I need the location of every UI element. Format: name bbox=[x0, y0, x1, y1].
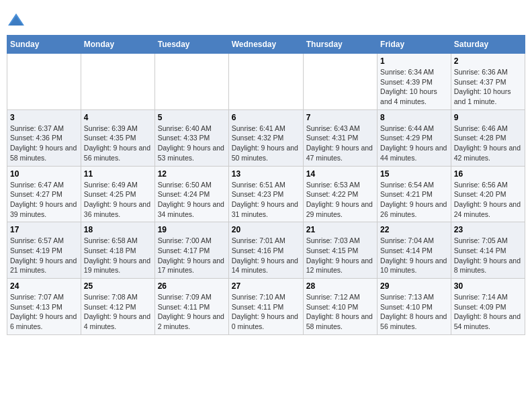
day-number: 7 bbox=[306, 113, 374, 122]
day-cell: 28Sunrise: 7:12 AM Sunset: 4:10 PM Dayli… bbox=[303, 279, 377, 335]
header-tuesday: Tuesday bbox=[154, 36, 228, 54]
day-detail: Sunrise: 7:08 AM Sunset: 4:12 PM Dayligh… bbox=[84, 292, 152, 332]
day-cell: 18Sunrise: 6:58 AM Sunset: 4:18 PM Dayli… bbox=[81, 222, 154, 279]
day-cell: 25Sunrise: 7:08 AM Sunset: 4:12 PM Dayli… bbox=[81, 279, 154, 335]
day-detail: Sunrise: 7:14 AM Sunset: 4:09 PM Dayligh… bbox=[454, 292, 522, 332]
day-cell: 2Sunrise: 6:36 AM Sunset: 4:37 PM Daylig… bbox=[451, 54, 525, 110]
day-detail: Sunrise: 7:09 AM Sunset: 4:11 PM Dayligh… bbox=[158, 292, 226, 332]
day-cell: 1Sunrise: 6:34 AM Sunset: 4:39 PM Daylig… bbox=[378, 54, 451, 110]
week-row-2: 3Sunrise: 6:37 AM Sunset: 4:36 PM Daylig… bbox=[7, 109, 525, 166]
calendar-header-row: SundayMondayTuesdayWednesdayThursdayFrid… bbox=[7, 36, 525, 54]
day-cell: 9Sunrise: 6:46 AM Sunset: 4:28 PM Daylig… bbox=[451, 109, 525, 166]
day-detail: Sunrise: 6:36 AM Sunset: 4:37 PM Dayligh… bbox=[454, 67, 522, 107]
day-detail: Sunrise: 6:56 AM Sunset: 4:20 PM Dayligh… bbox=[454, 180, 522, 220]
day-number: 25 bbox=[84, 281, 152, 291]
day-number: 23 bbox=[454, 225, 522, 234]
header-saturday: Saturday bbox=[451, 36, 525, 54]
day-detail: Sunrise: 7:01 AM Sunset: 4:16 PM Dayligh… bbox=[232, 236, 300, 275]
day-cell bbox=[81, 54, 154, 110]
calendar-table: SundayMondayTuesdayWednesdayThursdayFrid… bbox=[7, 35, 525, 335]
day-number: 21 bbox=[306, 225, 374, 234]
header-wednesday: Wednesday bbox=[228, 36, 303, 54]
day-detail: Sunrise: 6:50 AM Sunset: 4:24 PM Dayligh… bbox=[158, 180, 226, 220]
header-sunday: Sunday bbox=[7, 36, 81, 54]
day-detail: Sunrise: 6:44 AM Sunset: 4:29 PM Dayligh… bbox=[380, 124, 448, 163]
day-cell: 13Sunrise: 6:51 AM Sunset: 4:23 PM Dayli… bbox=[228, 166, 303, 222]
day-detail: Sunrise: 7:04 AM Sunset: 4:14 PM Dayligh… bbox=[380, 236, 448, 275]
day-cell: 29Sunrise: 7:13 AM Sunset: 4:10 PM Dayli… bbox=[378, 279, 451, 335]
day-cell bbox=[154, 54, 228, 110]
day-number: 15 bbox=[380, 169, 448, 179]
day-cell: 4Sunrise: 6:39 AM Sunset: 4:35 PM Daylig… bbox=[81, 109, 154, 166]
day-number: 27 bbox=[232, 281, 300, 291]
day-cell: 5Sunrise: 6:40 AM Sunset: 4:33 PM Daylig… bbox=[154, 109, 228, 166]
day-detail: Sunrise: 7:03 AM Sunset: 4:15 PM Dayligh… bbox=[306, 236, 374, 275]
day-number: 17 bbox=[10, 225, 78, 234]
day-detail: Sunrise: 6:53 AM Sunset: 4:22 PM Dayligh… bbox=[306, 180, 374, 220]
day-detail: Sunrise: 6:49 AM Sunset: 4:25 PM Dayligh… bbox=[84, 180, 152, 220]
day-cell: 20Sunrise: 7:01 AM Sunset: 4:16 PM Dayli… bbox=[228, 222, 303, 279]
day-detail: Sunrise: 6:46 AM Sunset: 4:28 PM Dayligh… bbox=[454, 124, 522, 163]
day-detail: Sunrise: 7:00 AM Sunset: 4:17 PM Dayligh… bbox=[158, 236, 226, 275]
day-cell: 21Sunrise: 7:03 AM Sunset: 4:15 PM Dayli… bbox=[303, 222, 377, 279]
day-cell: 24Sunrise: 7:07 AM Sunset: 4:13 PM Dayli… bbox=[7, 279, 81, 335]
day-number: 20 bbox=[232, 225, 300, 234]
day-cell: 8Sunrise: 6:44 AM Sunset: 4:29 PM Daylig… bbox=[378, 109, 451, 166]
day-detail: Sunrise: 7:10 AM Sunset: 4:11 PM Dayligh… bbox=[232, 292, 300, 332]
day-number: 29 bbox=[380, 281, 448, 291]
day-detail: Sunrise: 6:57 AM Sunset: 4:19 PM Dayligh… bbox=[10, 236, 78, 275]
day-number: 22 bbox=[380, 225, 448, 234]
header-thursday: Thursday bbox=[303, 36, 377, 54]
day-detail: Sunrise: 6:40 AM Sunset: 4:33 PM Dayligh… bbox=[158, 124, 226, 163]
day-number: 26 bbox=[158, 281, 226, 291]
header-friday: Friday bbox=[378, 36, 451, 54]
week-row-4: 17Sunrise: 6:57 AM Sunset: 4:19 PM Dayli… bbox=[7, 222, 525, 279]
day-number: 16 bbox=[454, 169, 522, 179]
day-detail: Sunrise: 7:12 AM Sunset: 4:10 PM Dayligh… bbox=[306, 292, 374, 332]
day-number: 19 bbox=[158, 225, 226, 234]
day-number: 14 bbox=[306, 169, 374, 179]
day-number: 1 bbox=[380, 56, 448, 66]
day-number: 3 bbox=[10, 113, 78, 122]
day-cell: 12Sunrise: 6:50 AM Sunset: 4:24 PM Dayli… bbox=[154, 166, 228, 222]
day-cell: 6Sunrise: 6:41 AM Sunset: 4:32 PM Daylig… bbox=[228, 109, 303, 166]
day-detail: Sunrise: 6:37 AM Sunset: 4:36 PM Dayligh… bbox=[10, 124, 78, 163]
day-detail: Sunrise: 7:07 AM Sunset: 4:13 PM Dayligh… bbox=[10, 292, 78, 332]
day-cell: 27Sunrise: 7:10 AM Sunset: 4:11 PM Dayli… bbox=[228, 279, 303, 335]
day-cell: 22Sunrise: 7:04 AM Sunset: 4:14 PM Dayli… bbox=[378, 222, 451, 279]
day-number: 11 bbox=[84, 169, 152, 179]
header-monday: Monday bbox=[81, 36, 154, 54]
week-row-5: 24Sunrise: 7:07 AM Sunset: 4:13 PM Dayli… bbox=[7, 279, 525, 335]
day-number: 30 bbox=[454, 281, 522, 291]
day-number: 10 bbox=[10, 169, 78, 179]
day-cell: 30Sunrise: 7:14 AM Sunset: 4:09 PM Dayli… bbox=[451, 279, 525, 335]
week-row-3: 10Sunrise: 6:47 AM Sunset: 4:27 PM Dayli… bbox=[7, 166, 525, 222]
logo bbox=[7, 11, 28, 30]
day-detail: Sunrise: 7:13 AM Sunset: 4:10 PM Dayligh… bbox=[380, 292, 448, 332]
page-header bbox=[7, 7, 525, 30]
day-cell: 15Sunrise: 6:54 AM Sunset: 4:21 PM Dayli… bbox=[378, 166, 451, 222]
day-cell bbox=[228, 54, 303, 110]
day-detail: Sunrise: 7:05 AM Sunset: 4:14 PM Dayligh… bbox=[454, 236, 522, 275]
day-cell: 17Sunrise: 6:57 AM Sunset: 4:19 PM Dayli… bbox=[7, 222, 81, 279]
day-cell: 14Sunrise: 6:53 AM Sunset: 4:22 PM Dayli… bbox=[303, 166, 377, 222]
day-detail: Sunrise: 6:39 AM Sunset: 4:35 PM Dayligh… bbox=[84, 124, 152, 163]
day-detail: Sunrise: 6:43 AM Sunset: 4:31 PM Dayligh… bbox=[306, 124, 374, 163]
day-number: 13 bbox=[232, 169, 300, 179]
day-number: 8 bbox=[380, 113, 448, 122]
day-cell bbox=[7, 54, 81, 110]
day-cell: 7Sunrise: 6:43 AM Sunset: 4:31 PM Daylig… bbox=[303, 109, 377, 166]
day-number: 6 bbox=[232, 113, 300, 122]
day-detail: Sunrise: 6:41 AM Sunset: 4:32 PM Dayligh… bbox=[232, 124, 300, 163]
day-cell: 19Sunrise: 7:00 AM Sunset: 4:17 PM Dayli… bbox=[154, 222, 228, 279]
day-detail: Sunrise: 6:58 AM Sunset: 4:18 PM Dayligh… bbox=[84, 236, 152, 275]
day-cell bbox=[303, 54, 377, 110]
day-number: 4 bbox=[84, 113, 152, 122]
day-cell: 26Sunrise: 7:09 AM Sunset: 4:11 PM Dayli… bbox=[154, 279, 228, 335]
day-cell: 3Sunrise: 6:37 AM Sunset: 4:36 PM Daylig… bbox=[7, 109, 81, 166]
day-number: 18 bbox=[84, 225, 152, 234]
logo-icon bbox=[7, 11, 26, 30]
day-number: 28 bbox=[306, 281, 374, 291]
day-cell: 23Sunrise: 7:05 AM Sunset: 4:14 PM Dayli… bbox=[451, 222, 525, 279]
day-cell: 11Sunrise: 6:49 AM Sunset: 4:25 PM Dayli… bbox=[81, 166, 154, 222]
